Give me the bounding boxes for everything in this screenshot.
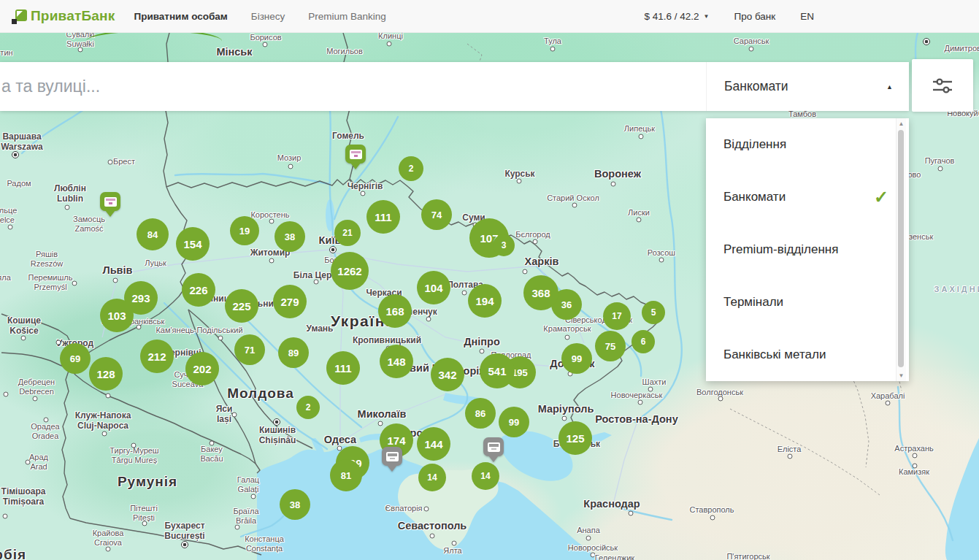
map-label: ЗАХІДНИЙ — [934, 285, 979, 294]
map-cluster[interactable]: 81 — [330, 459, 362, 491]
map-cluster[interactable]: 111 — [326, 351, 360, 385]
map-cluster[interactable]: 75 — [595, 331, 626, 361]
map-cluster[interactable]: 5 — [642, 301, 665, 324]
city-dot — [72, 281, 77, 286]
city-dot — [639, 134, 644, 139]
map-label: Тиргу-МурешTârgu Mureș — [110, 446, 158, 465]
scrollbar-thumb[interactable] — [898, 130, 904, 367]
map-cluster[interactable]: 2 — [296, 396, 320, 419]
about-bank-link[interactable]: Про банк — [734, 11, 775, 22]
dropdown-item-0[interactable]: Відділення — [706, 118, 909, 171]
map-cluster[interactable]: 144 — [417, 427, 450, 461]
map-cluster[interactable]: 154 — [176, 227, 210, 261]
map-cluster[interactable]: 2 — [399, 156, 423, 181]
map-cluster[interactable]: 148 — [380, 345, 413, 378]
map-label: тин — [0, 48, 12, 58]
city-dot — [235, 525, 240, 530]
city-dot — [517, 179, 522, 184]
city-dot — [533, 239, 538, 245]
map-cluster[interactable]: 71 — [234, 334, 265, 365]
map-cluster[interactable]: 14 — [472, 462, 499, 490]
atm-icon — [104, 197, 117, 207]
nav-item-1[interactable]: Бізнесу — [251, 11, 285, 22]
atm-pin[interactable] — [382, 447, 402, 472]
map-cluster[interactable]: 342 — [431, 358, 464, 391]
map-cluster[interactable]: 225 — [225, 289, 258, 323]
map-cluster[interactable]: 3 — [493, 234, 515, 256]
map-label: Чернігів — [348, 181, 383, 191]
map-cluster[interactable]: 279 — [273, 285, 307, 318]
map-label: Краснодар — [583, 498, 640, 510]
map-label: Ростов-на-Дону — [595, 413, 677, 426]
dropdown-item-1[interactable]: Банкомати✓ — [706, 171, 909, 223]
map-label: Севастополь — [398, 520, 467, 532]
dropdown-item-label: Термінали — [723, 295, 880, 310]
map-cluster[interactable]: 125 — [558, 421, 592, 455]
map-cluster[interactable]: 99 — [561, 343, 592, 374]
map-cluster[interactable]: 74 — [421, 199, 452, 230]
city-dot — [8, 225, 13, 230]
atm-pin[interactable] — [483, 437, 504, 462]
map-cluster[interactable]: 14 — [418, 464, 446, 491]
scrollbar-down-arrow-icon[interactable]: ▼ — [897, 372, 906, 379]
map-cluster[interactable]: 86 — [465, 398, 496, 429]
nav-item-0[interactable]: Приватним особам — [134, 11, 227, 22]
city-dot — [424, 507, 429, 512]
dropdown-item-4[interactable]: Банківські метали — [706, 329, 909, 381]
map-cluster[interactable]: 111 — [366, 200, 400, 234]
city-dot — [65, 205, 70, 210]
city-dot — [480, 349, 485, 354]
dropdown-item-2[interactable]: Premium-відділення — [706, 223, 909, 276]
map-label: КошицеKošice — [7, 315, 41, 336]
map-label: Геленджик — [595, 553, 634, 560]
map-label: Маріуполь — [538, 403, 594, 415]
map-label: Краматорськ — [543, 324, 591, 334]
language-switcher[interactable]: EN — [800, 11, 814, 22]
map-cluster[interactable]: 84 — [137, 218, 169, 250]
filters-button[interactable] — [912, 59, 973, 112]
search-input[interactable] — [0, 62, 706, 111]
city-dot — [263, 42, 268, 47]
dropdown-scrollbar[interactable]: ▲ ▼ — [896, 118, 906, 381]
map-cluster[interactable]: 19 — [230, 216, 259, 245]
category-select[interactable]: Банкомати ▲ — [706, 62, 909, 111]
map-cluster[interactable]: 38 — [274, 221, 305, 252]
map-cluster[interactable]: 38 — [280, 489, 310, 520]
nav-item-2[interactable]: Premium Banking — [308, 11, 386, 22]
currency-rate-dropdown[interactable]: $ 41.6 / 42.2 ▼ — [644, 11, 709, 22]
map-label: Еліста — [778, 445, 802, 454]
branch-pin[interactable] — [345, 145, 366, 169]
city-dot — [108, 160, 113, 165]
map-cluster[interactable]: 202 — [185, 352, 219, 386]
map-cluster[interactable]: 128 — [89, 357, 123, 391]
dropdown-item-3[interactable]: Термінали — [706, 276, 909, 329]
map-cluster[interactable]: 212 — [140, 340, 174, 373]
map-cluster[interactable]: 69 — [60, 343, 91, 374]
city-dot — [106, 394, 111, 399]
map-cluster[interactable]: 21 — [334, 220, 361, 246]
map-cluster[interactable]: 6 — [631, 330, 655, 353]
city-dot — [56, 340, 61, 345]
map-label: ЛюблінLublin — [54, 183, 86, 204]
privatbank-logo[interactable]: ПриватБанк — [12, 8, 115, 24]
map-cluster[interactable]: 368 — [523, 275, 558, 310]
chevron-up-icon: ▲ — [886, 83, 893, 91]
map-cluster[interactable]: 103 — [100, 299, 134, 332]
branch-pin[interactable] — [100, 192, 120, 217]
map-cluster[interactable]: 194 — [468, 284, 502, 318]
map-cluster[interactable]: 17 — [603, 302, 631, 330]
map-label: Молдова — [227, 386, 294, 402]
scrollbar-up-arrow-icon[interactable]: ▲ — [897, 120, 906, 127]
map-cluster[interactable]: 1262 — [331, 252, 369, 290]
map-cluster[interactable]: 99 — [499, 407, 529, 437]
map-label: Кропивницький — [353, 335, 421, 345]
currency-rate-value: $ 41.6 / 42.2 — [644, 11, 699, 22]
map-cluster[interactable]: 226 — [182, 273, 215, 307]
map-cluster[interactable]: 89 — [278, 337, 309, 368]
dropdown-item-label: Банківські метали — [723, 348, 880, 362]
city-dot — [4, 392, 9, 397]
map-cluster[interactable]: 168 — [378, 294, 412, 328]
map-cluster[interactable]: 104 — [417, 271, 450, 304]
chevron-down-icon: ▼ — [704, 13, 710, 20]
map-cluster[interactable]: 541 — [480, 353, 515, 388]
